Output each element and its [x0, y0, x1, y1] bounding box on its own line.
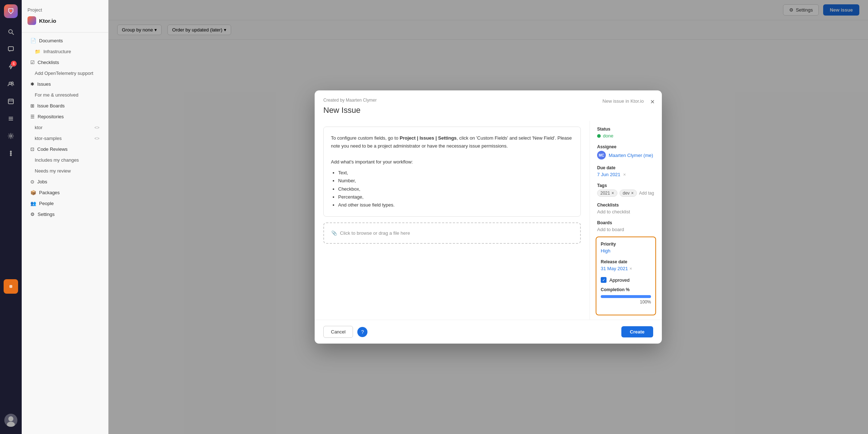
infrastructure-icon: 📁 [35, 49, 41, 54]
modal-description[interactable]: To configure custom fields, go to Projec… [323, 127, 581, 217]
sidebar-item-code-reviews[interactable]: ⊡ Code Reviews [25, 144, 105, 154]
sidebar-item-infrastructure[interactable]: 📁 Infrastructure [25, 46, 105, 57]
sidebar-item-jobs[interactable]: ⊙ Jobs [25, 176, 105, 187]
file-upload-placeholder: Click to browse or drag a file here [340, 230, 410, 236]
svg-point-16 [10, 151, 12, 152]
issue-boards-label: Issue Boards [37, 103, 65, 109]
tag-dev-remove[interactable]: × [631, 191, 634, 196]
modal-checklists-field: Checklists Add to checklist [597, 203, 655, 214]
status-value[interactable]: done [597, 133, 655, 139]
tag-2021-remove[interactable]: × [612, 191, 614, 196]
checklists-icon: ☑ [30, 60, 35, 65]
people-label: People [39, 201, 54, 206]
priority-value[interactable]: High [601, 248, 610, 254]
sidebar-item-documents[interactable]: 📄 Documents [25, 35, 105, 46]
sidebar-item-issue-boards[interactable]: ⊞ Issue Boards [25, 101, 105, 111]
svg-rect-5 [8, 47, 13, 51]
tag-dev[interactable]: dev × [620, 190, 637, 197]
people-icon: 👥 [30, 201, 36, 206]
status-label: Status [597, 127, 655, 132]
assignee-row[interactable]: MC Maarten Clymer (me) [597, 151, 655, 159]
user-avatar[interactable] [4, 414, 17, 427]
code-reviews-label: Code Reviews [37, 146, 68, 152]
modal-right-panel: Status done Assignee MC Maarten Clymer (… [590, 121, 662, 320]
create-button[interactable]: Create [621, 326, 653, 337]
settings-label: Settings [38, 212, 55, 217]
assignee-label: Assignee [597, 144, 655, 149]
due-date-clear[interactable]: × [623, 172, 626, 177]
sidebar-item-checklists[interactable]: ☑ Checklists [25, 57, 105, 68]
settings-icon: ⚙ [30, 212, 35, 217]
svg-point-7 [12, 82, 13, 84]
group-icon-btn[interactable] [4, 77, 18, 91]
infrastructure-label: Infrastructure [43, 49, 71, 54]
packages-label: Packages [39, 190, 60, 195]
svg-point-15 [10, 135, 12, 137]
documents-label: Documents [39, 38, 63, 43]
main-content: ⚙ Settings New issue Group by none ▾ Ord… [109, 0, 868, 434]
sidebar-item-packages[interactable]: 📦 Packages [25, 187, 105, 198]
chat-icon-btn[interactable] [4, 42, 18, 56]
icon-sidebar: 6 [0, 0, 22, 434]
attachment-icon: 📎 [331, 230, 337, 236]
approved-checkbox[interactable]: ✓ [601, 277, 607, 283]
packages-icon: 📦 [30, 190, 36, 195]
modal-status-field: Status done [597, 127, 655, 139]
sidebar-item-includes-my-changes[interactable]: Includes my changes [25, 155, 105, 165]
sidebar-item-opentelemetry[interactable]: Add OpenTelemetry support [25, 68, 105, 78]
release-date-value[interactable]: 31 May 2021 × [601, 266, 651, 271]
cancel-button[interactable]: Cancel [323, 326, 353, 338]
sidebar-item-settings[interactable]: ⚙ Settings [25, 209, 105, 220]
modal-boards-field: Boards Add to board [597, 220, 655, 232]
add-tag-btn[interactable]: Add tag [639, 191, 654, 196]
calendar-icon-btn[interactable] [4, 94, 18, 109]
sidebar-item-needs-my-review[interactable]: Needs my review [25, 166, 105, 176]
svg-line-4 [12, 33, 14, 35]
cancel-label: Cancel [331, 329, 345, 335]
file-upload-area[interactable]: 📎 Click to browse or drag a file here [323, 222, 581, 244]
repositories-label: Repositories [38, 114, 64, 119]
completion-value: 100% [601, 299, 651, 305]
notification-badge: 6 [11, 61, 17, 67]
status-dot [597, 134, 601, 138]
add-to-board-btn[interactable]: Add to board [597, 227, 624, 232]
sidebar-divider-1 [22, 32, 108, 33]
list-icon-btn[interactable] [4, 111, 18, 126]
modal-tags-field: Tags 2021 × dev × Add tag [597, 183, 655, 197]
assignee-avatar: MC [597, 151, 606, 159]
svg-rect-20 [9, 285, 12, 288]
tag-2021[interactable]: 2021 × [597, 190, 617, 197]
lightning-icon-btn[interactable]: 6 [4, 59, 18, 74]
approved-row[interactable]: ✓ Approved [601, 277, 651, 283]
sidebar-item-repositories[interactable]: ☰ Repositories [25, 111, 105, 122]
assignee-name: Maarten Clymer (me) [609, 153, 653, 158]
due-date-text: 7 Jun 2021 [597, 172, 620, 177]
release-date-clear[interactable]: × [629, 266, 632, 271]
app-logo[interactable] [4, 4, 18, 18]
more-icon-btn[interactable] [4, 146, 18, 161]
help-button[interactable]: ? [357, 327, 367, 337]
ktor-samples-icons: <> [94, 136, 99, 141]
modal-release-date-field: Release date 31 May 2021 × [601, 259, 651, 271]
completion-label: Completion % [601, 287, 651, 292]
project-header[interactable]: Ktor.io [22, 13, 108, 29]
active-icon-btn[interactable] [4, 279, 18, 294]
add-to-checklist-btn[interactable]: Add to checklist [597, 209, 630, 214]
sidebar-item-people[interactable]: 👥 People [25, 198, 105, 209]
sidebar-item-ktor-samples[interactable]: ktor-samples <> [25, 133, 105, 144]
tag-dev-text: dev [623, 191, 630, 196]
needs-my-review-label: Needs my review [35, 168, 71, 174]
help-icon: ? [361, 329, 364, 335]
progress-bar-bg [601, 295, 651, 298]
priority-label: Priority [601, 242, 651, 247]
svg-point-18 [10, 155, 12, 156]
sidebar-item-ktor[interactable]: ktor <> [25, 122, 105, 133]
due-date-label: Due date [597, 165, 655, 170]
modal-close-button[interactable]: × [650, 98, 655, 106]
search-icon-btn[interactable] [4, 25, 18, 39]
sidebar-item-for-me[interactable]: For me & unresolved [25, 90, 105, 100]
due-date-value[interactable]: 7 Jun 2021 × [597, 172, 655, 177]
sidebar-item-issues[interactable]: ✱ Issues [25, 79, 105, 89]
ktor-label: ktor [35, 125, 43, 130]
gear-icon-btn[interactable] [4, 129, 18, 143]
